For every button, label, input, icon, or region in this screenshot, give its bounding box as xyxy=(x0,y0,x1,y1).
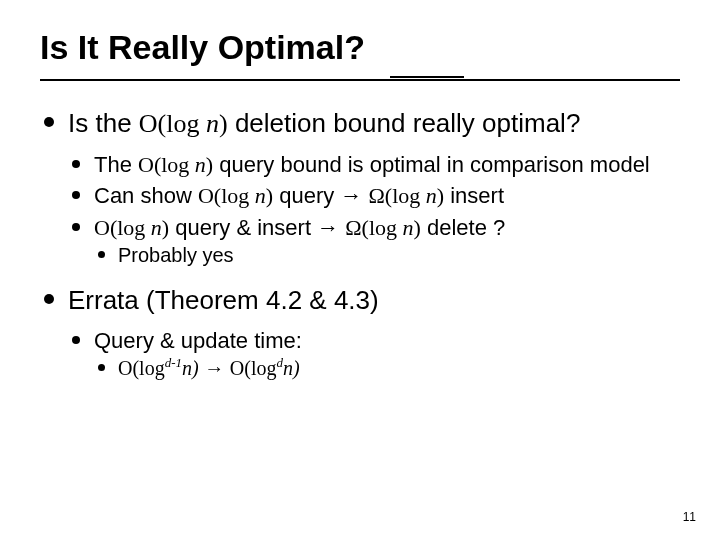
bullet-icon xyxy=(72,191,80,199)
t: → xyxy=(199,357,230,379)
sublist: Query & update time: O(logd-1n) → O(logd… xyxy=(68,327,680,382)
bullet-1b: Can show O(log n) query → Ω(log n) inser… xyxy=(68,182,680,210)
bullet-2a-i: O(logd-1n) → O(logdn) xyxy=(94,356,680,381)
bullet-icon xyxy=(72,336,80,344)
page-title: Is It Really Optimal? xyxy=(40,28,680,75)
exp: d-1 xyxy=(165,355,182,370)
math: O(log n) xyxy=(138,152,213,177)
math: O(log n) xyxy=(94,215,169,240)
t: insert xyxy=(444,183,504,208)
bullet-icon xyxy=(44,294,54,304)
t: query bound is optimal in comparison mod… xyxy=(213,152,650,177)
t: Can show xyxy=(94,183,198,208)
text: The O(log n) query bound is optimal in c… xyxy=(94,152,650,177)
bullet-icon xyxy=(44,117,54,127)
t: The xyxy=(94,152,138,177)
bullet-icon xyxy=(72,160,80,168)
bullet-1: Is the O(log n) deletion bound really op… xyxy=(40,107,680,268)
text: Errata (Theorem 4.2 & 4.3) xyxy=(68,285,379,315)
text: Query & update time: xyxy=(94,328,302,353)
slide: Is It Really Optimal? Is the O(log n) de… xyxy=(0,0,720,540)
bullet-icon xyxy=(98,364,105,371)
bullet-1c-i: Probably yes xyxy=(94,243,680,268)
math: O(logd-1n) → O(logdn) xyxy=(118,357,300,379)
t: O(log xyxy=(118,357,165,379)
t: query → xyxy=(273,183,368,208)
bullet-1c: O(log n) query & insert → Ω(log n) delet… xyxy=(68,214,680,269)
bullet-1a: The O(log n) query bound is optimal in c… xyxy=(68,151,680,179)
bullet-icon xyxy=(98,251,105,258)
math: Ω(log n) xyxy=(345,215,421,240)
math: Ω(log n) xyxy=(368,183,444,208)
bullet-icon xyxy=(72,223,80,231)
t: n) xyxy=(283,357,300,379)
t: query & insert → xyxy=(169,215,345,240)
t: Is the xyxy=(68,108,139,138)
bullet-list: Is the O(log n) deletion bound really op… xyxy=(40,107,680,381)
text: Probably yes xyxy=(118,244,234,266)
t: deletion bound really optimal? xyxy=(228,108,581,138)
text: Is the O(log n) deletion bound really op… xyxy=(68,108,580,138)
t: O(log xyxy=(230,357,277,379)
math: O(log n) xyxy=(139,109,228,138)
text: Can show O(log n) query → Ω(log n) inser… xyxy=(94,183,504,208)
page-number: 11 xyxy=(683,510,696,524)
sublist: Probably yes xyxy=(94,243,680,268)
bullet-2: Errata (Theorem 4.2 & 4.3) Query & updat… xyxy=(40,284,680,381)
t: delete ? xyxy=(421,215,505,240)
sublist: The O(log n) query bound is optimal in c… xyxy=(68,151,680,269)
t: n) xyxy=(182,357,199,379)
title-rule xyxy=(40,79,680,83)
sublist: O(logd-1n) → O(logdn) xyxy=(94,356,680,381)
math: O(log n) xyxy=(198,183,273,208)
text: O(log n) query & insert → Ω(log n) delet… xyxy=(94,215,505,240)
bullet-2a: Query & update time: O(logd-1n) → O(logd… xyxy=(68,327,680,382)
